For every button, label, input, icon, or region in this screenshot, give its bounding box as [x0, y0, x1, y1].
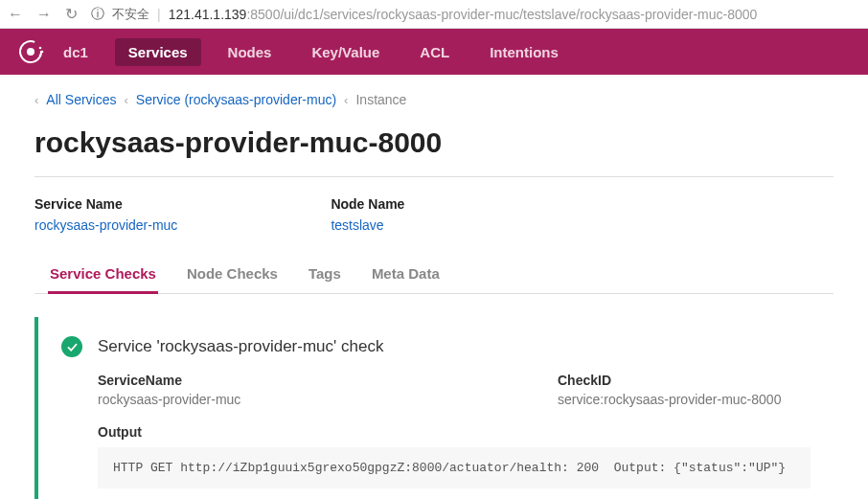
nav-kv[interactable]: Key/Value: [298, 38, 393, 66]
breadcrumb-all-services[interactable]: All Services: [46, 92, 116, 107]
check-header[interactable]: Service 'rockysaas-provider-muc' check: [61, 336, 811, 357]
info-icon: ⓘ: [91, 6, 104, 23]
node-name-block: Node Name testslave: [331, 196, 404, 233]
address-bar[interactable]: ⓘ 不安全 | 121.41.1.139:8500/ui/dc1/service…: [91, 6, 757, 23]
check-title: Service 'rockysaas-provider-muc' check: [98, 337, 383, 356]
nav-acl[interactable]: ACL: [406, 38, 463, 66]
tab-meta-data[interactable]: Meta Data: [370, 256, 442, 294]
node-name-label: Node Name: [331, 196, 404, 212]
tab-service-checks[interactable]: Service Checks: [48, 256, 158, 294]
output-value: HTTP GET http://iZbp1guuix5grexo50gpgzZ:…: [98, 447, 811, 488]
tab-tags[interactable]: Tags: [307, 256, 343, 294]
breadcrumb: ‹ All Services ‹ Service (rockysaas-prov…: [34, 92, 834, 107]
browser-toolbar: ← → ↻ ⓘ 不安全 | 121.41.1.139:8500/ui/dc1/s…: [0, 0, 868, 29]
forward-icon[interactable]: →: [36, 6, 52, 23]
divider: [34, 176, 834, 177]
main-content: ‹ All Services ‹ Service (rockysaas-prov…: [0, 75, 868, 499]
node-name-link[interactable]: testslave: [331, 217, 404, 233]
svg-point-4: [39, 55, 42, 57]
chevron-left-icon: ‹: [34, 93, 38, 107]
check-service-name: ServiceName rockysaas-provider-muc: [98, 373, 558, 407]
svg-point-2: [39, 47, 42, 50]
health-check-card: Service 'rockysaas-provider-muc' check S…: [34, 317, 834, 499]
nav-services[interactable]: Services: [115, 38, 201, 66]
service-name-link[interactable]: rockysaas-provider-muc: [34, 217, 177, 233]
check-service-name-value: rockysaas-provider-muc: [98, 392, 558, 407]
service-name-label: Service Name: [34, 196, 177, 212]
chevron-left-icon: ‹: [124, 93, 127, 107]
insecure-label: 不安全: [112, 6, 149, 23]
reload-icon[interactable]: ↻: [65, 5, 78, 23]
breadcrumb-current: Instance: [355, 92, 406, 107]
nav-nodes[interactable]: Nodes: [215, 38, 286, 66]
chevron-left-icon: ‹: [344, 93, 348, 107]
check-id-label: CheckID: [558, 373, 811, 388]
top-nav: dc1 Services Nodes Key/Value ACL Intenti…: [0, 29, 868, 75]
check-success-icon: [61, 336, 82, 357]
url-text: 121.41.1.139:8500/ui/dc1/services/rockys…: [169, 7, 758, 22]
service-name-block: Service Name rockysaas-provider-muc: [34, 196, 177, 233]
check-output: Output HTTP GET http://iZbp1guuix5grexo5…: [98, 424, 811, 488]
datacenter-selector[interactable]: dc1: [57, 38, 102, 66]
check-id-value: service:rockysaas-provider-muc-8000: [558, 392, 811, 407]
tabs: Service Checks Node Checks Tags Meta Dat…: [34, 256, 834, 294]
check-service-name-label: ServiceName: [98, 373, 558, 388]
svg-point-3: [41, 51, 44, 54]
consul-logo-icon[interactable]: [17, 38, 44, 65]
instance-meta: Service Name rockysaas-provider-muc Node…: [34, 196, 834, 233]
output-label: Output: [98, 424, 811, 440]
back-icon[interactable]: ←: [8, 6, 23, 23]
page-title: rockysaas-provider-muc-8000: [34, 126, 834, 159]
url-separator: |: [157, 7, 161, 22]
check-body: ServiceName rockysaas-provider-muc Check…: [61, 373, 811, 488]
breadcrumb-service[interactable]: Service (rockysaas-provider-muc): [136, 92, 336, 107]
tab-node-checks[interactable]: Node Checks: [185, 256, 280, 294]
check-id: CheckID service:rockysaas-provider-muc-8…: [558, 373, 811, 407]
svg-point-1: [27, 48, 34, 56]
nav-intentions[interactable]: Intentions: [476, 38, 572, 66]
